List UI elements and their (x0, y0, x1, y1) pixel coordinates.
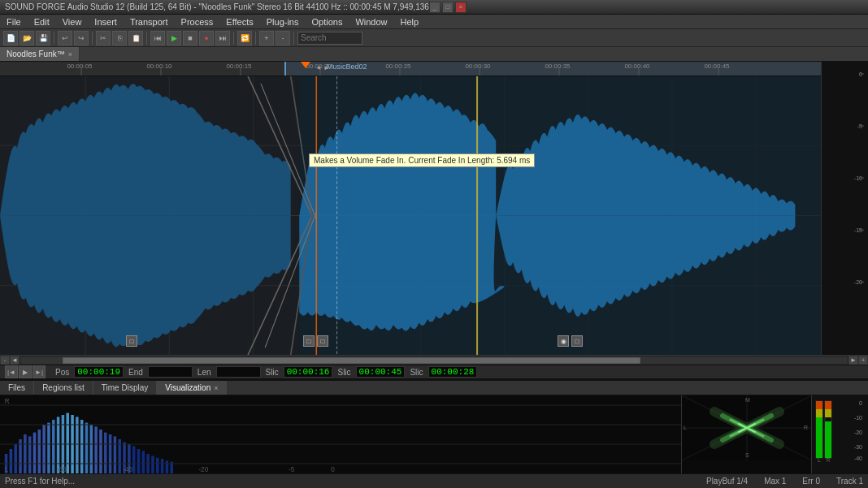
menu-edit[interactable]: Edit (31, 15, 53, 28)
title-bar-text: SOUND FORGE Audio Studio 12 (Build 125, … (5, 2, 429, 11)
svg-text:L: L (818, 457, 821, 463)
fade-handle-5[interactable]: □ (571, 335, 583, 347)
horizontal-scrollbar: - ◄ ► + (0, 355, 868, 365)
svg-text:-40: -40 (853, 456, 861, 461)
copy-icon[interactable]: ⎘ (112, 31, 127, 45)
play-icon[interactable]: ▶ (167, 31, 181, 45)
record-icon[interactable]: ● (199, 31, 214, 45)
fade-tooltip: Makes a Volume Fade In. Current Fade In … (309, 153, 535, 167)
loop-icon[interactable]: 🔁 (237, 31, 252, 45)
menu-insert[interactable]: Insert (91, 15, 120, 28)
waveform-area[interactable]: Makes a Volume Fade In. Current Fade In … (0, 76, 821, 355)
svg-text:R: R (826, 457, 830, 463)
end-label: End (128, 368, 143, 377)
title-bar: SOUND FORGE Audio Studio 12 (Build 125, … (0, 0, 868, 15)
menu-plugins[interactable]: Plug-ins (263, 15, 302, 28)
slic2-label: Slic (337, 368, 350, 377)
svg-rect-61 (38, 430, 41, 473)
new-icon[interactable]: 📄 (3, 31, 18, 45)
slic2-value: 00:00:45 (356, 366, 406, 378)
menu-help[interactable]: Help (397, 15, 423, 28)
zoomin-icon[interactable]: + (259, 31, 274, 45)
scroll-left-button[interactable]: - (0, 356, 10, 365)
svg-rect-119 (816, 409, 822, 417)
paste-icon[interactable]: 📋 (128, 31, 143, 45)
menu-process[interactable]: Process (178, 15, 217, 28)
fade-handle-3[interactable]: □ (317, 335, 328, 347)
zoomout-icon[interactable]: - (276, 31, 290, 45)
svg-text:L: L (684, 425, 687, 430)
svg-rect-86 (156, 458, 158, 473)
fade-tooltip-text: Makes a Volume Fade In. Current Fade In … (314, 156, 530, 165)
track-tab-noodles[interactable]: Noodles Funk™ × (0, 47, 80, 61)
status-bar: Press F1 for Help... PlayBuf 1/4 Max 1 E… (0, 473, 868, 488)
menu-window[interactable]: Window (352, 15, 390, 28)
fade-handle-2[interactable]: □ (303, 335, 315, 347)
transport-play-sel-button[interactable]: ▶ (19, 365, 32, 378)
transport-end-button[interactable]: ►| (33, 365, 46, 378)
rewind-icon[interactable]: ⏮ (150, 31, 165, 45)
zoom-in-scroll-button[interactable]: ► (848, 356, 858, 365)
undo-icon[interactable]: ↩ (58, 31, 72, 45)
maximize-button[interactable]: □ (442, 2, 454, 13)
save-icon[interactable]: 💾 (36, 31, 50, 45)
slic3-value: 00:00:28 (428, 366, 478, 378)
playhead-marker (301, 62, 310, 68)
fastforward-icon[interactable]: ⏭ (215, 31, 230, 45)
tab-files[interactable]: Files (0, 381, 34, 395)
open-icon[interactable]: 📂 (20, 31, 34, 45)
svg-text:-5: -5 (289, 465, 295, 473)
scroll-thumb[interactable] (63, 357, 640, 364)
tab-viz-close[interactable]: × (214, 384, 218, 392)
svg-rect-58 (24, 434, 26, 473)
svg-rect-69 (76, 417, 78, 473)
scroll-track[interactable] (21, 357, 847, 364)
tab-regions[interactable]: Regions list (34, 381, 93, 395)
max-text: Max 1 (764, 477, 786, 486)
svg-text:00:00:45: 00:00:45 (704, 63, 730, 70)
timeline-svg: 00:00:05 00:00:10 00:00:15 00:00:20 00:0… (0, 62, 821, 76)
tab-visualization[interactable]: Visualization × (157, 381, 227, 395)
scroll-right-button[interactable]: + (858, 356, 868, 365)
close-button[interactable]: × (455, 2, 467, 13)
menu-transport[interactable]: Transport (127, 15, 171, 28)
svg-text:00:00:40: 00:00:40 (624, 63, 650, 70)
tab-time-display[interactable]: Time Display (93, 381, 157, 395)
svg-rect-81 (132, 446, 135, 473)
search-input[interactable] (297, 32, 362, 45)
tab-regions-label: Regions list (42, 383, 85, 392)
track-tab-bar: Noodles Funk™ × (0, 47, 868, 62)
sep-4 (233, 32, 234, 45)
redo-icon[interactable]: ↪ (74, 31, 89, 45)
zoom-out-scroll-button[interactable]: ◄ (10, 356, 20, 365)
svg-text:L: L (5, 465, 9, 473)
title-bar-controls: _ □ × (429, 2, 467, 13)
slic3-label: Slic (410, 368, 423, 377)
menu-options[interactable]: Options (308, 15, 345, 28)
fade-handle-1[interactable]: □ (126, 335, 137, 347)
svg-rect-88 (166, 460, 168, 473)
err-text: Err 0 (802, 477, 820, 486)
transport-back-button[interactable]: |◄ (5, 365, 18, 378)
tab-files-label: Files (8, 383, 25, 392)
menu-file[interactable]: File (3, 15, 24, 28)
svg-rect-42 (822, 65, 869, 355)
stop-icon[interactable]: ■ (183, 31, 197, 45)
svg-text:00:00:05: 00:00:05 (67, 63, 93, 70)
bottom-area: Files Regions list Time Display Visualiz… (0, 379, 868, 473)
tab-time-label: Time Display (102, 383, 148, 392)
sep-1 (54, 32, 54, 45)
sep-6 (293, 32, 294, 45)
svg-rect-76 (109, 434, 111, 473)
slic1-value: 00:00:16 (284, 366, 333, 378)
minimize-button[interactable]: _ (429, 2, 441, 13)
menu-view[interactable]: View (59, 15, 85, 28)
svg-rect-121 (825, 421, 831, 458)
fade-handle-4[interactable]: ◉ (558, 335, 569, 347)
track-tab-close[interactable]: × (68, 50, 72, 58)
menu-effects[interactable]: Effects (223, 15, 256, 28)
cut-icon[interactable]: ✂ (96, 31, 111, 45)
pos-label: Pos (55, 368, 69, 377)
len-label: Len (197, 368, 211, 377)
svg-rect-122 (825, 401, 831, 409)
